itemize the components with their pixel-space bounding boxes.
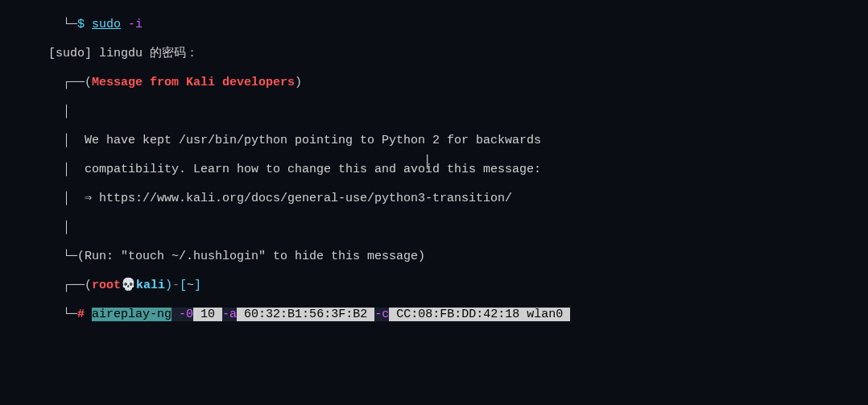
msg-box-top: ┌──(Message from Kali developers) [48,76,868,90]
prompt-host: kali [136,279,165,292]
msg-box-bottom: └─(Run: "touch ~/.hushlogin" to hide thi… [48,250,868,264]
msg-box-empty2: │ [48,221,868,235]
msg-box-empty1: │ [48,105,868,119]
arg-count: 10 [193,308,222,321]
flag-c: -c [374,308,389,321]
box-top-close: ) [295,76,302,89]
flag-a: -a [222,308,237,321]
sudo-password-prompt: [sudo] lingdu 的密码： [48,47,868,61]
prompt-line-2-top: ┌──(root💀kali)-[~] [48,279,868,293]
prompt-close-paren: ) [165,279,172,292]
msg-box-body1: │ We have kept /usr/bin/python pointing … [48,134,868,148]
arg-interface: wlan0 [519,308,570,321]
prompt-dollar: $ [77,18,92,31]
prompt-line-2-bottom[interactable]: └─# aireplay-ng -0 10 -a 60:32:B1:56:3F:… [48,308,868,322]
msg-box-body2: │ compatibility. Learn how to change thi… [48,163,868,177]
terminal-output[interactable]: └─$ sudo -i [sudo] lingdu 的密码： ┌──(Messa… [0,0,868,337]
prompt-dash: - [172,279,180,292]
prompt-tree-top: ┌──( [48,279,92,292]
sudo-command: sudo [92,18,121,31]
prompt-tree-bottom: └─ [48,308,77,321]
skull-icon: 💀 [121,279,136,292]
arg-client-mac: CC:08:FB:DD:42:18 [389,308,519,321]
prompt-line-1: └─$ sudo -i [48,18,868,32]
box-top-tree: ┌──( [48,76,92,89]
sudo-flag: -i [121,18,143,31]
prompt-user: root [92,279,121,292]
prompt-bracket-open: [ [180,279,187,292]
flag-0: -0 [172,308,193,321]
aireplay-command: aireplay-ng [92,308,172,321]
prompt-hash: # [77,308,92,321]
text-cursor-icon: │ [424,155,432,170]
kali-dev-title: Message from Kali developers [92,76,295,89]
arg-bssid: 60:32:B1:56:3F:B2 [237,308,374,321]
msg-box-body3: │ ⇒ https://www.kali.org/docs/general-us… [48,192,868,206]
prompt-bracket-close: ] [194,279,201,292]
prompt-path: ~ [187,279,194,292]
tree-connector: └─ [48,18,77,31]
